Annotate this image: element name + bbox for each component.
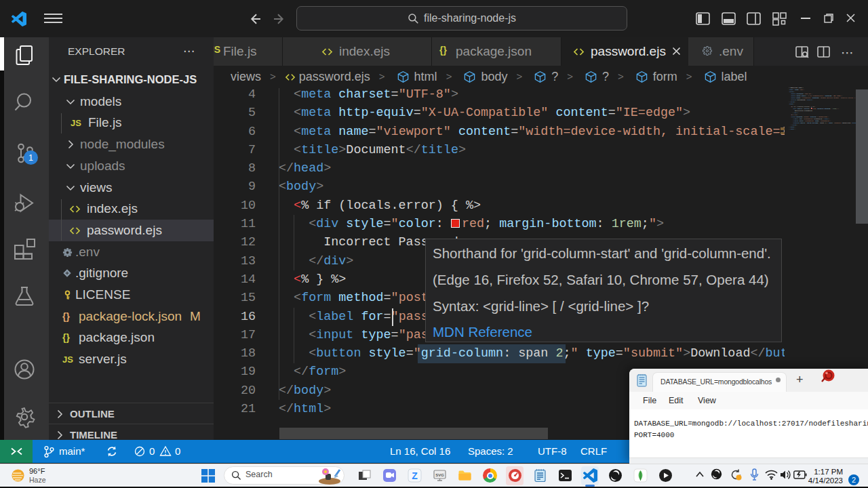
svg-text:SVG: SVG — [435, 473, 444, 477]
svg-text:Z: Z — [412, 470, 418, 481]
